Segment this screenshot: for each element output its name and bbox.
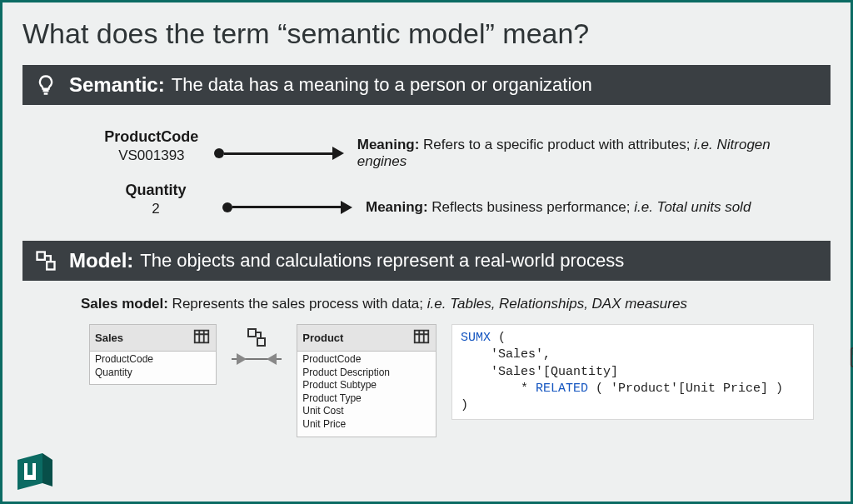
semantic-examples: ProductCode VS001393 Meaning: Refers to … (22, 117, 831, 241)
model-banner: Model: The objects and calculations repr… (22, 241, 831, 281)
calculator-icon (790, 330, 808, 352)
model-diagram-icon (34, 249, 57, 272)
arrow-icon (214, 147, 344, 160)
example-meaning: Meaning: Reflects business performance; … (366, 199, 751, 216)
arrow-icon (222, 201, 352, 214)
dax-code-block: SUMX ( 'Sales', 'Sales'[Quantity] * RELA… (451, 324, 814, 420)
table-columns: ProductCode Product Description Product … (297, 352, 436, 437)
table-column: Product Subtype (302, 379, 431, 392)
svg-marker-7 (267, 353, 277, 365)
semantic-desc: The data has a meaning to a person or or… (172, 74, 592, 96)
svg-rect-0 (37, 252, 45, 260)
example-field-block: Quantity 2 (81, 182, 231, 217)
semantic-label: Semantic: (69, 73, 165, 97)
brand-logo-icon (12, 450, 56, 493)
relationship-connector (232, 324, 282, 371)
bottom-row: Sales ProductCode Quantity (22, 324, 831, 437)
example-meaning: Meaning: Refers to a specific product wi… (357, 137, 797, 170)
example-row: Quantity 2 Meaning: Reflects business pe… (81, 182, 797, 217)
example-value: VS001393 (81, 147, 222, 164)
example-field-block: ProductCode VS001393 (81, 128, 222, 164)
table-column: Unit Price (302, 418, 431, 432)
table-name: Sales (95, 332, 123, 344)
table-column: Quantity (95, 367, 211, 380)
svg-marker-18 (42, 453, 52, 487)
svg-marker-6 (237, 353, 247, 365)
sales-table: Sales ProductCode Quantity (89, 324, 217, 385)
svg-rect-3 (248, 329, 256, 337)
svg-rect-4 (257, 338, 265, 346)
svg-rect-2 (195, 331, 209, 343)
table-column: Product Type (302, 392, 431, 406)
table-column: ProductCode (95, 353, 211, 367)
sales-model-caption: Sales model: Represents the sales proces… (22, 292, 831, 324)
svg-rect-20 (27, 463, 32, 475)
table-column: Product Description (302, 367, 431, 380)
table-icon (192, 327, 211, 348)
table-name: Product (302, 332, 343, 344)
slide-frame: What does the term “semantic model” mean… (0, 0, 853, 504)
example-field: ProductCode (81, 128, 222, 146)
svg-rect-1 (47, 262, 54, 269)
semantic-banner: Semantic: The data has a meaning to a pe… (22, 65, 831, 105)
lightbulb-icon (34, 73, 57, 97)
model-desc: The objects and calculations represent a… (140, 250, 624, 272)
table-column: ProductCode (302, 353, 431, 367)
table-column: Unit Cost (302, 405, 431, 418)
table-columns: ProductCode Quantity (90, 352, 216, 384)
model-label: Model: (69, 249, 133, 272)
table-icon (412, 327, 431, 348)
example-row: ProductCode VS001393 Meaning: Refers to … (81, 122, 797, 170)
svg-rect-8 (415, 331, 429, 343)
slide-title: What does the term “semantic model” mean… (22, 17, 831, 50)
example-value: 2 (81, 201, 231, 217)
product-table: Product ProductCode Product Description … (297, 324, 436, 437)
example-field: Quantity (81, 182, 231, 199)
